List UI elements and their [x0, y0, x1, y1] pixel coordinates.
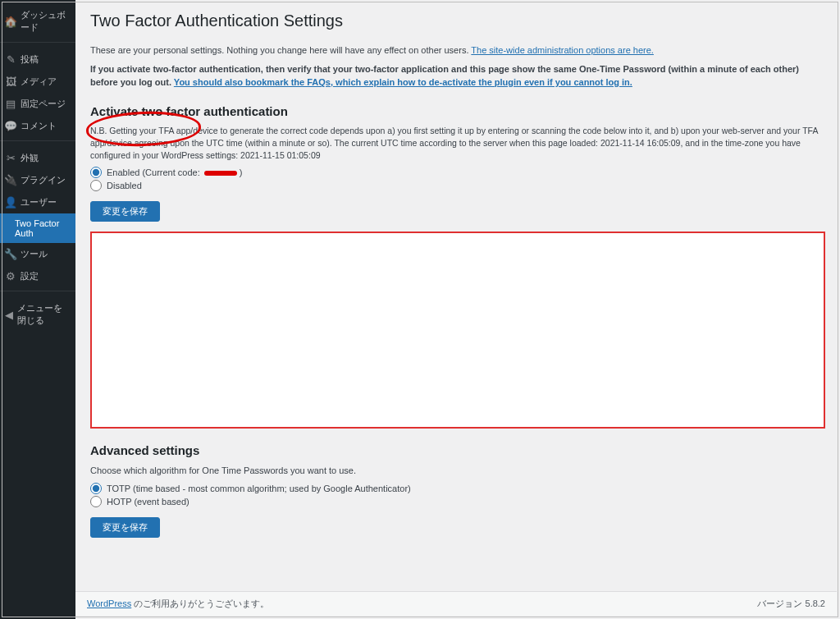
admin-sidebar: 🏠ダッシュボード ✎投稿 🖼メディア ▤固定ページ 💬コメント ✂外観 🔌プラグ… — [0, 0, 75, 619]
radio-hotp-label[interactable]: HOTP (event based) — [107, 497, 189, 507]
wordpress-link[interactable]: WordPress — [87, 598, 131, 608]
intro-pre: These are your personal settings. Nothin… — [90, 45, 471, 55]
sidebar-separator — [0, 140, 75, 144]
intro-text: These are your personal settings. Nothin… — [90, 44, 825, 57]
radio-enabled-label[interactable]: Enabled (Current code: ) — [107, 167, 243, 177]
pages-icon: ▤ — [5, 99, 16, 110]
sidebar-item-label: 外観 — [21, 152, 39, 164]
sidebar-item-label: 投稿 — [21, 53, 39, 66]
radio-disabled-label[interactable]: Disabled — [107, 181, 142, 190]
sidebar-item-label: ツール — [21, 248, 48, 260]
sidebar-item-label: コメント — [21, 120, 57, 132]
sidebar-item-appearance[interactable]: ✂外観 — [0, 147, 75, 169]
faq-link[interactable]: You should also bookmark the FAQs, which… — [174, 77, 632, 87]
radio-enabled[interactable] — [90, 167, 102, 178]
sidebar-separator — [0, 291, 75, 294]
radio-disabled[interactable] — [90, 180, 102, 191]
activate-note: N.B. Getting your TFA app/device to gene… — [90, 125, 825, 163]
sidebar-item-label: ダッシュボード — [21, 9, 71, 34]
sidebar-item-media[interactable]: 🖼メディア — [0, 71, 75, 93]
plugin-icon: 🔌 — [5, 175, 16, 186]
sidebar-item-label: 固定ページ — [21, 98, 66, 110]
brush-icon: ✂ — [5, 153, 16, 164]
advanced-heading: Advanced settings — [90, 443, 825, 457]
user-icon: 👤 — [5, 197, 16, 209]
advanced-note: Choose which algorithm for One Time Pass… — [90, 464, 825, 478]
warning-text: If you activate two-factor authenticatio… — [90, 62, 825, 89]
tools-icon: 🔧 — [5, 249, 16, 260]
sidebar-item-label: ユーザー — [21, 196, 57, 209]
sidebar-separator — [0, 42, 75, 45]
redacted-code — [204, 171, 237, 176]
radio-totp[interactable] — [90, 483, 102, 494]
sidebar-item-label: メニューを閉じる — [17, 302, 71, 327]
page-title: Two Factor Authentication Settings — [90, 7, 825, 39]
gear-icon: ⚙ — [5, 271, 16, 282]
sidebar-item-posts[interactable]: ✎投稿 — [0, 48, 75, 71]
collapse-icon: ◀ — [5, 309, 13, 320]
media-icon: 🖼 — [5, 76, 16, 88]
sidebar-item-label: プラグイン — [21, 174, 66, 186]
sidebar-item-settings[interactable]: ⚙設定 — [0, 265, 75, 287]
sidebar-item-dashboard[interactable]: 🏠ダッシュボード — [0, 4, 75, 39]
save-button-2[interactable]: 変更を保存 — [90, 517, 160, 538]
admin-options-link[interactable]: The site-wide administration options are… — [471, 45, 654, 55]
pin-icon: ✎ — [5, 54, 16, 66]
sidebar-item-label: 設定 — [21, 270, 39, 282]
activation-radio-group: Enabled (Current code: ) Disabled — [90, 167, 825, 191]
sidebar-item-label: Two Factor Auth — [15, 218, 71, 238]
sidebar-item-tools[interactable]: 🔧ツール — [0, 243, 75, 265]
enable-label-text: Enabled (Current code: — [107, 167, 203, 177]
qr-code-area — [90, 232, 825, 429]
sidebar-item-users[interactable]: 👤ユーザー — [0, 191, 75, 213]
algorithm-radio-group: TOTP (time based - most common algorithm… — [90, 483, 825, 507]
radio-totp-label[interactable]: TOTP (time based - most common algorithm… — [107, 484, 411, 493]
sidebar-item-pages[interactable]: ▤固定ページ — [0, 93, 75, 115]
footer-thanks: のご利用ありがとうございます。 — [131, 598, 269, 608]
sidebar-item-twofactor[interactable]: Two Factor Auth — [0, 213, 75, 243]
sidebar-item-plugins[interactable]: 🔌プラグイン — [0, 169, 75, 191]
activate-heading: Activate two factor authentication — [90, 104, 825, 118]
footer-bar: WordPress のご利用ありがとうございます。 バージョン 5.8.2 — [75, 591, 837, 616]
radio-hotp[interactable] — [90, 496, 102, 507]
sidebar-item-label: メディア — [21, 76, 57, 88]
sidebar-item-collapse[interactable]: ◀メニューを閉じる — [0, 297, 75, 332]
dashboard-icon: 🏠 — [5, 16, 16, 27]
main-content: Two Factor Authentication Settings These… — [75, 0, 840, 619]
comments-icon: 💬 — [5, 121, 16, 132]
save-button[interactable]: 変更を保存 — [90, 201, 160, 222]
sidebar-item-comments[interactable]: 💬コメント — [0, 115, 75, 137]
version-text: バージョン 5.8.2 — [757, 598, 825, 610]
